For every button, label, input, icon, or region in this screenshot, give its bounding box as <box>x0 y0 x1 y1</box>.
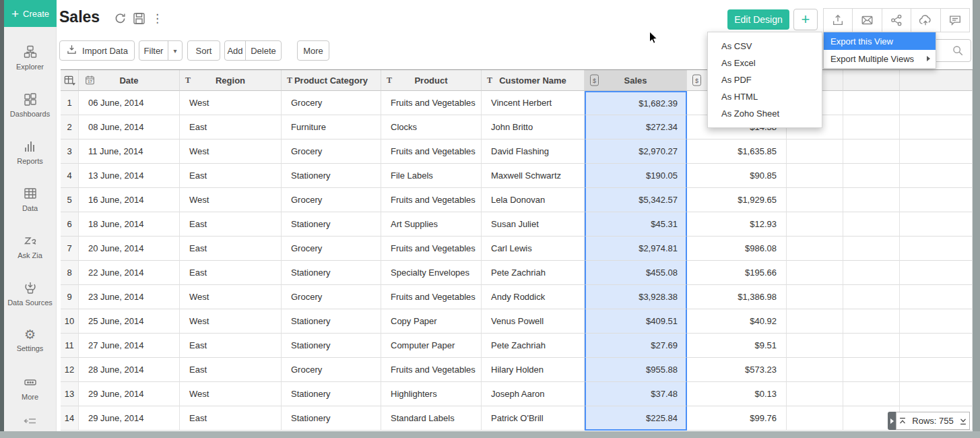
customer-cell[interactable]: Pete Zachriah <box>482 334 585 358</box>
sales-cell[interactable]: $5,342.57 <box>585 188 687 212</box>
row-number-cell[interactable]: 11 <box>61 334 79 358</box>
category-cell[interactable]: Grocery <box>282 237 381 261</box>
more-button[interactable]: More <box>297 40 329 61</box>
row-number-cell[interactable]: 5 <box>61 188 79 212</box>
date-cell[interactable]: 20 June, 2014 <box>79 237 180 261</box>
category-cell[interactable]: Grocery <box>282 139 381 164</box>
empty-cell[interactable] <box>900 285 973 309</box>
customer-cell[interactable]: Susan Juliet <box>482 212 585 237</box>
share-button[interactable] <box>882 9 911 32</box>
date-cell[interactable]: 13 June, 2014 <box>79 164 180 188</box>
product-cell[interactable]: Fruits and Vegetables <box>381 91 482 115</box>
cost-cell[interactable]: $1,386.98 <box>687 285 787 309</box>
product-cell[interactable]: Fruits and Vegetables <box>381 188 482 212</box>
customer-cell[interactable]: Joseph Aaron <box>482 382 585 406</box>
sidebar-item-dashboards[interactable]: Dashboards <box>4 81 56 128</box>
region-cell[interactable]: East <box>180 358 282 382</box>
sales-cell[interactable]: $190.05 <box>585 164 687 188</box>
row-number-cell[interactable]: 6 <box>61 212 79 237</box>
empty-cell[interactable] <box>843 358 900 382</box>
empty-cell[interactable] <box>787 334 843 358</box>
column-header-date[interactable]: 17 Date <box>79 70 180 91</box>
sales-cell[interactable]: $2,974.81 <box>585 237 687 261</box>
column-header-product-category[interactable]: T Product Category <box>282 70 381 91</box>
empty-cell[interactable] <box>787 261 843 285</box>
submenu-item[interactable]: As Excel <box>708 55 822 71</box>
import-data-button[interactable]: Import Data <box>59 40 135 61</box>
date-cell[interactable]: 16 June, 2014 <box>79 188 180 212</box>
category-cell[interactable]: Stationery <box>282 382 381 406</box>
empty-cell[interactable] <box>843 139 900 164</box>
empty-cell[interactable] <box>787 358 843 382</box>
submenu-item[interactable]: As PDF <box>708 71 822 88</box>
customer-cell[interactable]: John Britto <box>482 115 585 139</box>
category-cell[interactable]: Stationery <box>282 212 381 237</box>
row-number-cell[interactable]: 7 <box>61 237 79 261</box>
cost-cell[interactable]: $99.76 <box>687 406 787 431</box>
empty-cell[interactable] <box>900 212 973 237</box>
empty-cell[interactable] <box>843 237 900 261</box>
category-cell[interactable]: Furniture <box>282 115 381 139</box>
empty-cell[interactable] <box>843 212 900 237</box>
product-cell[interactable]: Computer Paper <box>381 334 482 358</box>
empty-cell[interactable] <box>900 237 973 261</box>
customer-cell[interactable]: David Flashing <box>482 139 585 164</box>
category-cell[interactable]: Stationery <box>282 309 381 334</box>
create-button[interactable]: + Create <box>4 0 57 27</box>
region-cell[interactable]: West <box>180 309 282 334</box>
add-view-button[interactable]: + <box>793 9 818 30</box>
row-number-cell[interactable]: 2 <box>61 115 79 139</box>
scroll-to-top-icon[interactable] <box>898 416 907 426</box>
row-number-cell[interactable]: 12 <box>61 358 79 382</box>
sort-button[interactable]: Sort <box>187 40 220 61</box>
date-cell[interactable]: 11 June, 2014 <box>79 139 180 164</box>
empty-cell[interactable] <box>900 115 973 139</box>
sales-cell[interactable]: $45.31 <box>585 212 687 237</box>
product-cell[interactable]: Fruits and Vegetables <box>381 139 482 164</box>
collapse-sidebar-button[interactable] <box>22 414 38 429</box>
empty-cell[interactable] <box>843 334 900 358</box>
empty-cell[interactable] <box>843 115 900 139</box>
row-number-cell[interactable]: 1 <box>61 91 79 115</box>
product-cell[interactable]: Standard Labels <box>381 406 482 431</box>
region-cell[interactable]: East <box>180 115 282 139</box>
empty-cell[interactable] <box>843 188 900 212</box>
select-all-header[interactable] <box>61 70 79 91</box>
sales-cell[interactable]: $455.08 <box>585 261 687 285</box>
customer-cell[interactable]: Patrick O'Brill <box>482 406 585 431</box>
customer-cell[interactable]: Andy Roddick <box>482 285 585 309</box>
statusbar-expand-handle[interactable] <box>888 412 896 430</box>
customer-cell[interactable]: Vincent Herbert <box>482 91 585 115</box>
delete-button[interactable]: Delete <box>246 46 281 56</box>
scroll-to-bottom-icon[interactable] <box>958 416 968 426</box>
customer-cell[interactable]: Lela Donovan <box>482 188 585 212</box>
date-cell[interactable]: 22 June, 2014 <box>79 261 180 285</box>
empty-cell[interactable] <box>900 188 973 212</box>
row-number-cell[interactable]: 3 <box>61 139 79 164</box>
empty-cell[interactable] <box>900 334 973 358</box>
category-cell[interactable]: Stationery <box>282 406 381 431</box>
region-cell[interactable]: East <box>180 261 282 285</box>
empty-cell[interactable] <box>843 164 900 188</box>
category-cell[interactable]: Stationery <box>282 334 381 358</box>
cost-cell[interactable]: $9.51 <box>687 334 787 358</box>
filter-button[interactable]: Filter ▾ <box>139 40 183 61</box>
sidebar-item-explorer[interactable]: Explorer <box>4 34 56 81</box>
region-cell[interactable]: East <box>180 334 282 358</box>
date-cell[interactable]: 25 June, 2014 <box>79 309 180 334</box>
empty-cell[interactable] <box>787 188 843 212</box>
cost-cell[interactable]: $0.13 <box>687 382 787 406</box>
category-cell[interactable]: Grocery <box>282 91 381 115</box>
product-cell[interactable]: Fruits and Vegetables <box>381 237 482 261</box>
cost-cell[interactable]: $12.93 <box>687 212 787 237</box>
empty-cell[interactable] <box>843 285 900 309</box>
category-cell[interactable]: Grocery <box>282 285 381 309</box>
refresh-icon[interactable] <box>114 12 127 28</box>
region-cell[interactable]: East <box>180 212 282 237</box>
empty-cell[interactable] <box>787 237 843 261</box>
empty-cell[interactable] <box>900 164 973 188</box>
empty-cell[interactable] <box>843 382 900 406</box>
empty-cell[interactable] <box>787 164 843 188</box>
customer-cell[interactable]: Pete Zachriah <box>482 261 585 285</box>
customer-cell[interactable]: Carl Lewis <box>482 237 585 261</box>
